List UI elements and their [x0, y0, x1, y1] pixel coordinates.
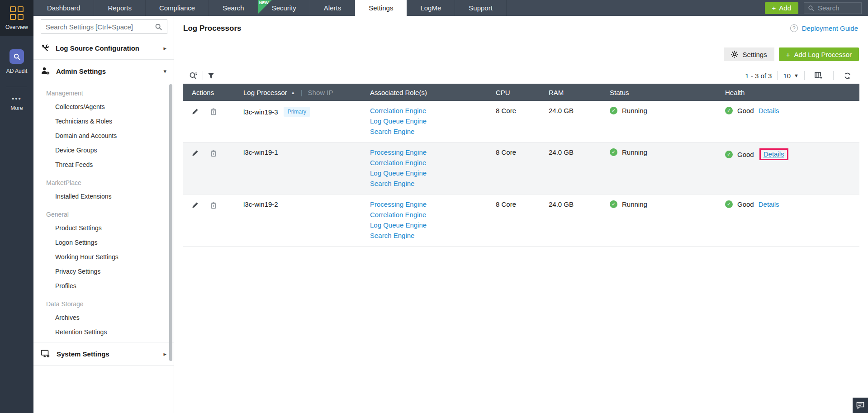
col-health: Health	[721, 89, 859, 96]
ram-value: 24.0 GB	[546, 107, 606, 114]
tab-support[interactable]: Support	[455, 0, 507, 16]
sidebar-item-system-settings[interactable]: System Settings ▸	[33, 342, 174, 365]
rail-item-label: Overview	[5, 24, 28, 30]
divider	[833, 71, 834, 80]
details-link[interactable]: Details	[759, 200, 779, 208]
tab-reports[interactable]: Reports	[94, 0, 146, 16]
section-title-management: Management	[33, 82, 174, 100]
monitor-gear-icon	[41, 349, 51, 358]
page-size-dropdown[interactable]: 10 ▼	[783, 72, 799, 80]
sidebar-item-threat-feeds[interactable]: Threat Feeds	[33, 157, 174, 172]
details-link[interactable]: Details	[759, 107, 779, 114]
role-link[interactable]: Log Queue Engine	[370, 169, 493, 177]
role-link[interactable]: Search Engine	[370, 180, 493, 188]
sidebar-item-collectors-agents[interactable]: Collectors/Agents	[33, 100, 174, 114]
divider	[777, 71, 778, 80]
sidebar-item-log-source-configuration[interactable]: Log Source Configuration ▸	[33, 37, 174, 59]
deployment-guide-link[interactable]: Deployment Guide	[802, 24, 858, 32]
settings-search-box[interactable]	[41, 19, 167, 34]
plus-icon: +	[786, 51, 790, 58]
details-link-highlighted[interactable]: Details	[764, 150, 784, 158]
sidebar-item-device-groups[interactable]: Device Groups	[33, 143, 174, 157]
col-show-ip[interactable]: Show IP	[308, 89, 333, 96]
tab-label: Reports	[108, 4, 132, 12]
health-ok-icon: ✓	[725, 107, 733, 114]
role-link[interactable]: Search Engine	[370, 128, 493, 136]
tab-label: LogMe	[420, 4, 441, 12]
global-search-input[interactable]	[818, 4, 859, 12]
sidebar-item-domain-and-accounts[interactable]: Domain and Accounts	[33, 128, 174, 143]
role-link[interactable]: Processing Engine	[370, 200, 493, 209]
role-link[interactable]: Correlation Engine	[370, 107, 493, 115]
status-ok-icon: ✓	[610, 200, 617, 208]
sidebar-item-admin-settings[interactable]: Admin Settings ▾	[33, 60, 174, 82]
col-associated-roles: Associated Role(s)	[366, 89, 493, 96]
sidebar-item-installed-extensions[interactable]: Installed Extensions	[33, 189, 174, 204]
search-icon	[155, 23, 162, 31]
sidebar-item-label: System Settings	[57, 350, 157, 358]
edit-icon[interactable]	[192, 108, 199, 115]
search-icon	[808, 5, 814, 11]
cpu-value: 8 Core	[493, 148, 546, 156]
details-highlight-box: Details	[759, 148, 788, 160]
tab-search[interactable]: Search	[209, 0, 258, 16]
delete-icon[interactable]	[210, 202, 217, 209]
rail-item-more[interactable]: ••• More	[0, 95, 33, 117]
refresh-icon[interactable]	[839, 72, 856, 80]
role-link[interactable]: Processing Engine	[370, 148, 493, 157]
delete-icon[interactable]	[210, 150, 217, 157]
cpu-value: 8 Core	[493, 107, 546, 114]
plus-icon: +	[772, 4, 776, 12]
rail-item-ad-audit[interactable]: AD Audit	[0, 43, 33, 80]
settings-button[interactable]: Settings	[724, 47, 774, 61]
role-link[interactable]: Correlation Engine	[370, 159, 493, 167]
col-status: Status	[606, 89, 721, 96]
column-chooser-icon[interactable]	[810, 72, 828, 80]
sidebar-scrollbar[interactable]	[169, 84, 172, 361]
health-ok-icon: ✓	[725, 200, 733, 208]
main-header: Log Processors ? Deployment Guide	[174, 16, 868, 41]
sort-asc-icon[interactable]: ▲	[291, 90, 295, 95]
sidebar-item-technicians-roles[interactable]: Technicians & Roles	[33, 114, 174, 128]
rail-item-label: More	[10, 105, 23, 111]
help-icon[interactable]: ?	[790, 24, 798, 32]
table-toolbar: 1 - 3 of 3 10 ▼	[183, 67, 859, 84]
tab-dashboard[interactable]: Dashboard	[33, 0, 94, 16]
add-button[interactable]: +Add	[765, 2, 798, 14]
role-link[interactable]: Log Queue Engine	[370, 117, 493, 125]
tab-security[interactable]: NEW Security	[258, 0, 310, 16]
filter-icon[interactable]	[203, 72, 219, 79]
tools-icon	[41, 43, 50, 52]
add-log-processor-button[interactable]: + Add Log Processor	[779, 47, 859, 61]
sidebar-item-working-hour-settings[interactable]: Working Hour Settings	[33, 250, 174, 264]
tab-alerts[interactable]: Alerts	[310, 0, 355, 16]
role-link[interactable]: Search Engine	[370, 232, 493, 240]
ellipsis-icon: •••	[12, 96, 22, 101]
chat-button[interactable]	[853, 398, 868, 413]
delete-icon[interactable]	[210, 108, 217, 115]
sidebar-item-label: Log Source Configuration	[56, 44, 157, 52]
sidebar-item-label: Admin Settings	[56, 67, 157, 75]
col-log-processor[interactable]: Log Processor	[243, 89, 287, 96]
rail-item-overview[interactable]: Overview	[0, 0, 33, 36]
settings-search-input[interactable]	[46, 23, 155, 31]
tab-label: Settings	[369, 4, 393, 12]
role-link[interactable]: Correlation Engine	[370, 211, 493, 219]
column-search-icon[interactable]	[185, 71, 203, 80]
col-ram: RAM	[546, 89, 606, 96]
global-search-box[interactable]	[804, 2, 862, 14]
tab-logme[interactable]: LogMe	[407, 0, 455, 16]
ram-value: 24.0 GB	[546, 200, 606, 208]
actions-row: Settings + Add Log Processor	[174, 41, 868, 66]
tab-compliance[interactable]: Compliance	[146, 0, 209, 16]
edit-icon[interactable]	[192, 150, 199, 157]
sidebar-item-archives[interactable]: Archives	[33, 310, 174, 325]
sidebar-item-logon-settings[interactable]: Logon Settings	[33, 235, 174, 250]
sidebar-item-retention-settings[interactable]: Retention Settings	[33, 325, 174, 339]
edit-icon[interactable]	[192, 202, 199, 209]
tab-settings[interactable]: Settings	[355, 0, 407, 16]
sidebar-item-privacy-settings[interactable]: Privacy Settings	[33, 264, 174, 279]
sidebar-item-profiles[interactable]: Profiles	[33, 279, 174, 293]
role-link[interactable]: Log Queue Engine	[370, 221, 493, 229]
sidebar-item-product-settings[interactable]: Product Settings	[33, 221, 174, 235]
